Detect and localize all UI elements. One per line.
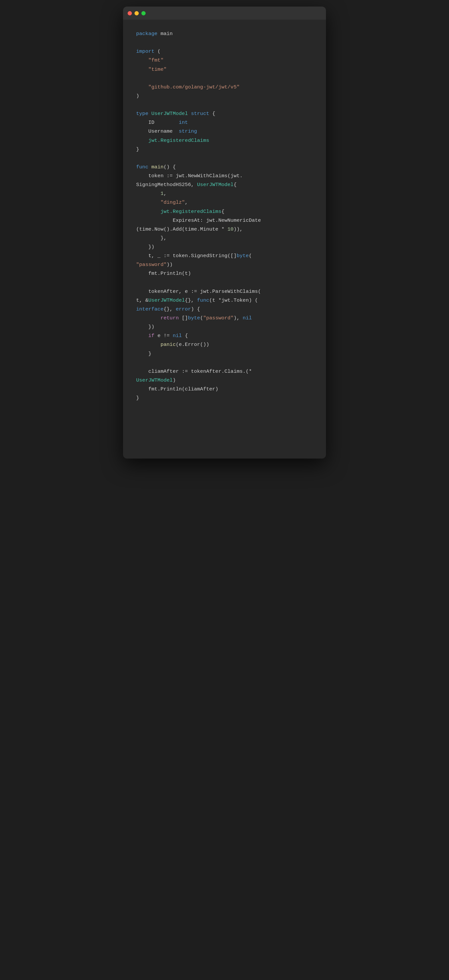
maximize-button[interactable] (141, 11, 146, 15)
close-button[interactable] (128, 11, 132, 15)
titlebar (123, 6, 326, 20)
editor-window: package main import ( "fmt" "time" "gith… (123, 6, 326, 458)
code-editor[interactable]: package main import ( "fmt" "time" "gith… (123, 20, 326, 416)
minimize-button[interactable] (135, 11, 139, 15)
